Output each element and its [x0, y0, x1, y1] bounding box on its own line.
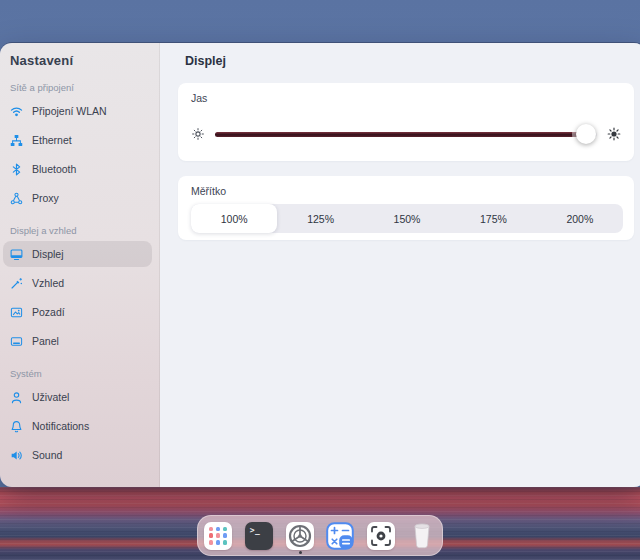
sidebar-item-label: Vzhled [32, 277, 64, 289]
section-label-network: Sítě a připojení [0, 82, 155, 93]
brightness-card: Jas [178, 83, 634, 161]
wallpaper-icon [10, 306, 23, 319]
sidebar-item-label: Uživatel [32, 391, 69, 403]
page-title: Displej [185, 54, 226, 68]
sidebar-item-label: Proxy [32, 192, 59, 204]
bluetooth-icon [10, 163, 23, 176]
sidebar-item-wlan[interactable]: Připojení WLAN [3, 98, 152, 124]
sidebar-item-label: Bluetooth [32, 163, 76, 175]
brightness-slider-thumb[interactable] [576, 124, 596, 144]
sidebar-item-background[interactable]: Pozadí [3, 299, 152, 325]
running-indicator-dot [299, 551, 302, 554]
section-label-system: Systém [0, 368, 155, 379]
brightness-slider-row [191, 119, 621, 149]
sidebar-item-proxy[interactable]: Proxy [3, 185, 152, 211]
brightness-low-icon [191, 127, 205, 141]
sidebar-item-bluetooth[interactable]: Bluetooth [3, 156, 152, 182]
terminal-icon[interactable]: >_ [245, 522, 273, 550]
scale-option-150[interactable]: 150% [364, 204, 450, 233]
scale-option-125[interactable]: 125% [277, 204, 363, 233]
sidebar-item-user[interactable]: Uživatel [3, 384, 152, 410]
trash-icon[interactable] [408, 522, 436, 550]
brightness-slider[interactable] [215, 132, 597, 137]
control-center-icon[interactable] [286, 522, 314, 550]
brightness-slider-fill [215, 132, 586, 137]
desktop: Nastavení Sítě a připojení Připojení WLA… [0, 0, 640, 560]
dock: >_ [197, 515, 443, 556]
sidebar-title: Nastavení [0, 53, 155, 68]
sidebar-item-label: Displej [32, 248, 64, 260]
sidebar-item-label: Připojení WLAN [32, 105, 107, 117]
section-label-display: Displej a vzhled [0, 225, 155, 236]
magic-wand-icon [10, 277, 23, 290]
ethernet-icon [10, 134, 23, 147]
scaling-label: Měřítko [191, 185, 226, 197]
sidebar-item-label: Pozadí [32, 306, 65, 318]
user-icon [10, 391, 23, 404]
sidebar-item-display[interactable]: Displej [3, 241, 152, 267]
calculator-icon[interactable] [326, 522, 354, 550]
sidebar-item-label: Ethernet [32, 134, 72, 146]
sidebar-item-label: Notifications [32, 420, 89, 432]
speaker-icon [10, 449, 23, 462]
scale-option-175[interactable]: 175% [450, 204, 536, 233]
scaling-card: Měřítko 100% 125% 150% 175% 200% [178, 176, 634, 240]
display-icon [10, 248, 23, 261]
proxy-icon [10, 192, 23, 205]
display-settings-pane: Displej Jas [160, 43, 640, 487]
brightness-high-icon [607, 127, 621, 141]
sidebar-item-panel[interactable]: Panel [3, 328, 152, 354]
scale-option-200[interactable]: 200% [537, 204, 623, 233]
bell-icon [10, 420, 23, 433]
wifi-icon [10, 105, 23, 118]
panel-icon [10, 335, 23, 348]
settings-window: Nastavení Sítě a připojení Připojení WLA… [0, 42, 640, 487]
sidebar-item-sound[interactable]: Sound [3, 442, 152, 468]
sidebar-item-ethernet[interactable]: Ethernet [3, 127, 152, 153]
settings-sidebar: Nastavení Sítě a připojení Připojení WLA… [0, 43, 160, 487]
sidebar-item-notifications[interactable]: Notifications [3, 413, 152, 439]
brightness-label: Jas [191, 92, 207, 104]
scaling-segmented-control: 100% 125% 150% 175% 200% [191, 204, 623, 233]
scale-option-100[interactable]: 100% [191, 204, 277, 233]
launcher-icon[interactable] [204, 522, 232, 550]
sidebar-item-appearance[interactable]: Vzhled [3, 270, 152, 296]
sidebar-item-label: Sound [32, 449, 62, 461]
sidebar-item-label: Panel [32, 335, 59, 347]
screenshot-icon[interactable] [367, 522, 395, 550]
